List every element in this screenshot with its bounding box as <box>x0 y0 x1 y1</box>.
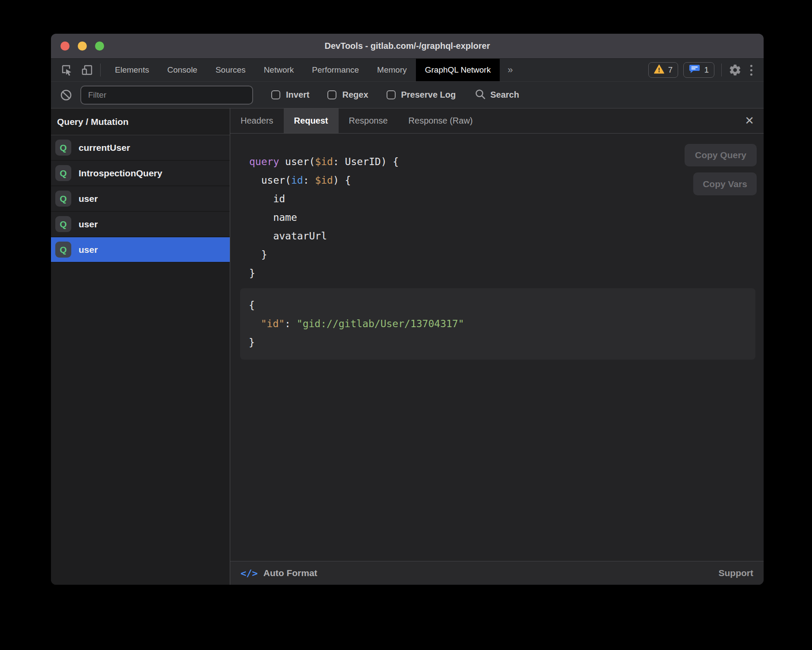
query-type-badge: Q <box>55 242 71 258</box>
tab-memory[interactable]: Memory <box>368 59 416 81</box>
close-icon[interactable]: ✕ <box>745 108 754 133</box>
auto-format-button[interactable]: Auto Format <box>263 568 317 578</box>
tab-console[interactable]: Console <box>158 59 206 81</box>
query-list: QcurrentUserQIntrospectionQueryQuserQuse… <box>51 135 230 263</box>
query-list-item-0[interactable]: QcurrentUser <box>51 135 230 161</box>
tab-elements[interactable]: Elements <box>106 59 158 81</box>
chat-icon <box>689 64 700 76</box>
checkbox-label-regex: Regex <box>342 90 368 100</box>
window-title: DevTools - gitlab.com/-/graphql-explorer <box>324 41 490 51</box>
filter-bar: InvertRegexPreserve Log Search <box>51 82 764 108</box>
query-item-label: IntrospectionQuery <box>79 168 162 178</box>
checkbox-regex[interactable]: Regex <box>327 90 368 100</box>
code-format-icon: </> <box>241 568 258 579</box>
query-list-item-4[interactable]: Quser <box>51 237 230 263</box>
checkbox-label-invert: Invert <box>286 90 309 100</box>
inspect-element-icon[interactable] <box>60 64 73 76</box>
warning-icon <box>654 64 664 76</box>
panel-footer: </> Auto Format Support <box>230 561 764 585</box>
close-window-button[interactable] <box>60 41 70 51</box>
query-item-label: currentUser <box>79 143 130 153</box>
query-type-badge: Q <box>55 140 71 156</box>
code-line: } <box>249 245 764 264</box>
detail-tabs: HeadersRequestResponseResponse (Raw) ✕ <box>230 108 764 134</box>
messages-badge[interactable]: 1 <box>683 62 714 78</box>
checkbox-invert[interactable]: Invert <box>271 90 309 100</box>
toolbar-divider <box>100 64 101 76</box>
search-label: Search <box>490 90 519 100</box>
code-line: user(id: $id) { <box>249 171 764 190</box>
code-line: } <box>249 264 764 283</box>
tab-network[interactable]: Network <box>255 59 303 81</box>
toolbar-divider-2 <box>721 64 722 76</box>
detail-tab-headers[interactable]: Headers <box>230 108 284 133</box>
query-type-badge: Q <box>55 191 71 207</box>
toolbar-right: 7 1 <box>648 62 756 78</box>
clear-block-icon[interactable] <box>60 89 73 102</box>
window-controls <box>60 34 104 58</box>
query-list-item-3[interactable]: Quser <box>51 212 230 237</box>
query-item-label: user <box>79 245 98 255</box>
query-type-badge: Q <box>55 165 71 181</box>
message-count: 1 <box>704 65 709 75</box>
query-list-item-2[interactable]: Quser <box>51 186 230 212</box>
main-content: Query / Mutation QcurrentUserQIntrospect… <box>51 108 764 585</box>
code-line: id <box>249 190 764 208</box>
settings-gear-icon[interactable] <box>729 64 742 76</box>
query-item-label: user <box>79 219 98 229</box>
warning-count: 7 <box>668 65 673 75</box>
detail-tab-request[interactable]: Request <box>284 108 339 133</box>
tab-sources[interactable]: Sources <box>206 59 255 81</box>
detail-tab-response-raw[interactable]: Response (Raw) <box>398 108 483 133</box>
tab-performance[interactable]: Performance <box>303 59 368 81</box>
devtools-toolbar: ElementsConsoleSourcesNetworkPerformance… <box>51 59 764 82</box>
devtools-tabs: ElementsConsoleSourcesNetworkPerformance… <box>106 59 500 81</box>
support-link[interactable]: Support <box>719 568 753 578</box>
filter-checkboxes: InvertRegexPreserve Log <box>253 90 456 100</box>
code-line: } <box>249 333 755 352</box>
devtools-window: DevTools - gitlab.com/-/graphql-explorer… <box>51 34 764 585</box>
query-item-label: user <box>79 194 98 204</box>
tab-graphql-network[interactable]: GraphQL Network <box>416 59 500 81</box>
device-toolbar-icon[interactable] <box>80 64 93 76</box>
checkbox-preserve-log[interactable]: Preserve Log <box>387 90 456 100</box>
more-options-icon[interactable] <box>747 65 756 76</box>
copy-vars-button[interactable]: Copy Vars <box>693 172 757 195</box>
warnings-badge[interactable]: 7 <box>648 62 679 78</box>
query-list-item-1[interactable]: QIntrospectionQuery <box>51 161 230 186</box>
detail-tab-response[interactable]: Response <box>339 108 398 133</box>
title-bar: DevTools - gitlab.com/-/graphql-explorer <box>51 34 764 59</box>
checkbox-box-preserve-log[interactable] <box>387 90 396 99</box>
detail-tabs-list: HeadersRequestResponseResponse (Raw) <box>230 108 483 133</box>
sidebar-header: Query / Mutation <box>51 108 230 135</box>
filter-input[interactable] <box>80 86 253 105</box>
copy-query-button[interactable]: Copy Query <box>685 144 757 166</box>
query-sidebar: Query / Mutation QcurrentUserQIntrospect… <box>51 108 230 585</box>
graphql-query-code: query user($id: UserID) { user(id: $id) … <box>249 153 764 283</box>
detail-panel: HeadersRequestResponseResponse (Raw) ✕ q… <box>230 108 764 585</box>
code-line: { <box>249 296 755 315</box>
zoom-window-button[interactable] <box>95 41 104 51</box>
checkbox-box-regex[interactable] <box>327 90 336 99</box>
minimize-window-button[interactable] <box>78 41 87 51</box>
code-line: name <box>249 208 764 227</box>
query-type-badge: Q <box>55 216 71 232</box>
request-panel-body: query user($id: UserID) { user(id: $id) … <box>230 134 764 561</box>
checkbox-box-invert[interactable] <box>271 90 280 99</box>
code-line: avatarUrl <box>249 227 764 245</box>
search-control[interactable]: Search <box>475 89 519 102</box>
search-icon <box>475 89 486 102</box>
checkbox-label-preserve-log: Preserve Log <box>401 90 456 100</box>
graphql-variables-box: { "id": "gid://gitlab/User/13704317"} <box>240 288 755 360</box>
code-line: "id": "gid://gitlab/User/13704317" <box>249 315 755 333</box>
more-tabs-button[interactable]: » <box>500 64 520 76</box>
